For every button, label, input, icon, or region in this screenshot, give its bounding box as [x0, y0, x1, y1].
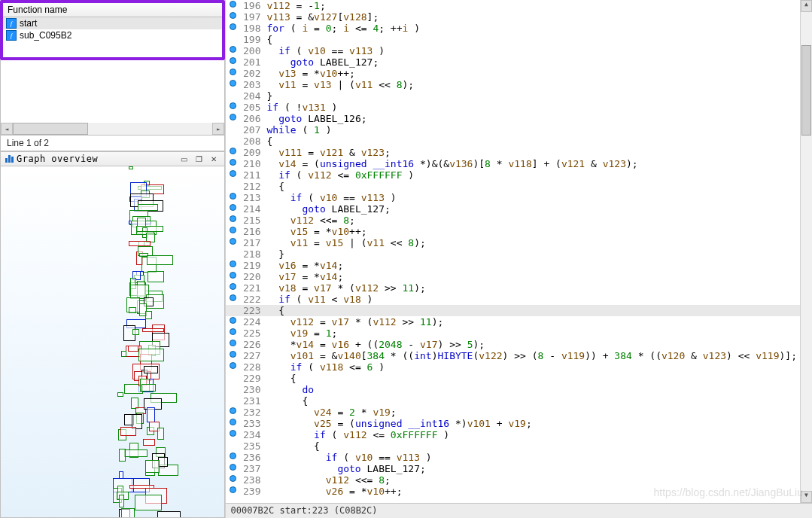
code-line[interactable]: 214 goto LABEL_127;	[226, 203, 812, 215]
code-line[interactable]: 225 v19 = 1;	[226, 328, 812, 339]
breakpoint-dot-icon[interactable]	[230, 159, 236, 166]
function-row[interactable]: fstart	[3, 17, 222, 29]
code-line[interactable]: 219 v16 = *v14;	[226, 260, 812, 271]
breakpoint-dot-icon[interactable]	[230, 351, 236, 358]
breakpoint-dot-icon[interactable]	[230, 272, 236, 279]
breakpoint-dot-icon[interactable]	[230, 148, 236, 154]
breakpoint-dot-icon[interactable]	[230, 1, 236, 8]
code-line[interactable]: 220 v17 = *v14;	[226, 271, 812, 282]
graph-node[interactable]	[138, 204, 158, 211]
code-line[interactable]: 227 v101 = &v140[384 * ((int)HIBYTE(v122…	[226, 350, 812, 361]
breakpoint-dot-icon[interactable]	[230, 407, 236, 414]
breakpoint-dot-icon[interactable]	[230, 452, 236, 459]
pseudocode-view[interactable]: 196v112 = -1;197v113 = &v127[v128];198fo…	[226, 0, 812, 503]
code-line[interactable]: 226 *v14 = v16 + ((2048 - v17) >> 5);	[226, 339, 812, 350]
code-line[interactable]: 213 if ( v10 == v113 )	[226, 192, 812, 203]
scroll-thumb[interactable]	[801, 45, 811, 136]
graph-node[interactable]	[141, 384, 156, 392]
code-line[interactable]: 239 v26 = *v10++;	[226, 486, 812, 497]
graph-node[interactable]	[117, 392, 123, 397]
code-line[interactable]: 233 v25 = (unsigned __int16 *)v101 + v19…	[226, 418, 812, 429]
code-line[interactable]: 204}	[226, 90, 812, 102]
graph-node[interactable]	[124, 449, 148, 457]
breakpoint-dot-icon[interactable]	[230, 475, 236, 482]
code-line[interactable]: 236 if ( v10 == v113 )	[226, 452, 812, 463]
code-line[interactable]: 231 {	[226, 395, 812, 407]
code-line[interactable]: 217 v11 = v15 | (v11 << 8);	[226, 237, 812, 248]
breakpoint-dot-icon[interactable]	[230, 46, 236, 53]
restore-button[interactable]: ❐	[193, 154, 205, 164]
breakpoint-dot-icon[interactable]	[230, 80, 236, 87]
code-line[interactable]: 205if ( !v131 )	[226, 102, 812, 113]
graph-node[interactable]	[129, 166, 133, 169]
code-line[interactable]: 211 if ( v112 <= 0xFFFFFF )	[226, 169, 812, 181]
graph-node[interactable]	[128, 346, 138, 352]
graph-node[interactable]	[145, 460, 160, 472]
code-line[interactable]: 229 {	[226, 373, 812, 384]
graph-node[interactable]	[119, 495, 124, 507]
code-line[interactable]: 203 v11 = v13 | (v11 << 8);	[226, 79, 812, 90]
breakpoint-dot-icon[interactable]	[230, 12, 236, 19]
code-line[interactable]: 210 v14 = (unsigned __int16 *)&(&v136)[8…	[226, 158, 812, 169]
graph-node[interactable]	[147, 271, 164, 282]
code-line[interactable]: 221 v18 = v17 * (v112 >> 11);	[226, 282, 812, 294]
graph-node[interactable]	[129, 485, 154, 489]
graph-node[interactable]	[129, 307, 136, 313]
breakpoint-dot-icon[interactable]	[230, 57, 236, 64]
code-line[interactable]: 200 if ( v10 == v113 )	[226, 45, 812, 56]
scroll-right-icon[interactable]: ►	[212, 123, 224, 135]
breakpoint-dot-icon[interactable]	[230, 114, 236, 120]
graph-node[interactable]	[142, 328, 164, 332]
graph-node[interactable]	[119, 471, 123, 478]
graph-overview[interactable]	[0, 166, 225, 518]
breakpoint-dot-icon[interactable]	[230, 204, 236, 211]
scroll-thumb[interactable]	[13, 123, 88, 135]
function-row[interactable]: fsub_C095B2	[3, 29, 222, 41]
graph-node[interactable]	[121, 508, 135, 518]
breakpoint-dot-icon[interactable]	[230, 193, 236, 200]
code-line[interactable]: 228 if ( v118 <= 6 )	[226, 361, 812, 373]
code-line[interactable]: 232 v24 = 2 * v19;	[226, 407, 812, 418]
breakpoint-dot-icon[interactable]	[230, 328, 236, 335]
graph-node[interactable]	[138, 349, 164, 361]
code-line[interactable]: 207while ( 1 )	[226, 124, 812, 136]
graph-node[interactable]	[119, 449, 126, 462]
code-line[interactable]: 237 goto LABEL_127;	[226, 463, 812, 474]
breakpoint-dot-icon[interactable]	[230, 261, 236, 267]
code-line[interactable]: 238 v112 <<= 8;	[226, 474, 812, 486]
graph-node[interactable]	[147, 255, 173, 266]
breakpoint-dot-icon[interactable]	[230, 23, 236, 30]
code-line[interactable]: 198for ( i = 0; i <= 4; ++i )	[226, 23, 812, 34]
breakpoint-dot-icon[interactable]	[230, 317, 236, 324]
code-line[interactable]: 222 if ( v11 < v18 )	[226, 294, 812, 305]
code-line[interactable]: 209 v111 = v121 & v123;	[226, 147, 812, 158]
breakpoint-dot-icon[interactable]	[230, 283, 236, 290]
graph-node[interactable]	[135, 495, 162, 510]
code-line[interactable]: 196v112 = -1;	[226, 0, 812, 11]
graph-node[interactable]	[143, 439, 155, 446]
graph-node[interactable]	[121, 351, 126, 357]
breakpoint-dot-icon[interactable]	[230, 170, 236, 177]
breakpoint-dot-icon[interactable]	[230, 486, 236, 493]
breakpoint-dot-icon[interactable]	[230, 227, 236, 233]
code-line[interactable]: 223 {	[226, 305, 812, 316]
scroll-down-icon[interactable]: ▼	[801, 491, 812, 503]
graph-node[interactable]	[144, 366, 158, 373]
breakpoint-dot-icon[interactable]	[230, 238, 236, 245]
scroll-up-icon[interactable]: ▲	[801, 0, 812, 12]
breakpoint-dot-icon[interactable]	[230, 430, 236, 437]
vscrollbar[interactable]: ▲ ▼	[800, 0, 812, 503]
graph-node[interactable]	[157, 428, 164, 440]
breakpoint-dot-icon[interactable]	[230, 340, 236, 346]
graph-node[interactable]	[120, 427, 137, 435]
hscrollbar[interactable]: ◄ ►	[1, 123, 224, 135]
breakpoint-dot-icon[interactable]	[230, 464, 236, 471]
code-line[interactable]: 199{	[226, 34, 812, 45]
code-line[interactable]: 208{	[226, 136, 812, 147]
graph-node[interactable]	[132, 329, 139, 335]
scroll-left-icon[interactable]: ◄	[1, 123, 13, 135]
code-line[interactable]: 212 {	[226, 181, 812, 192]
code-line[interactable]: 235 {	[226, 440, 812, 452]
graph-node[interactable]	[145, 311, 153, 319]
code-line[interactable]: 216 v15 = *v10++;	[226, 226, 812, 237]
